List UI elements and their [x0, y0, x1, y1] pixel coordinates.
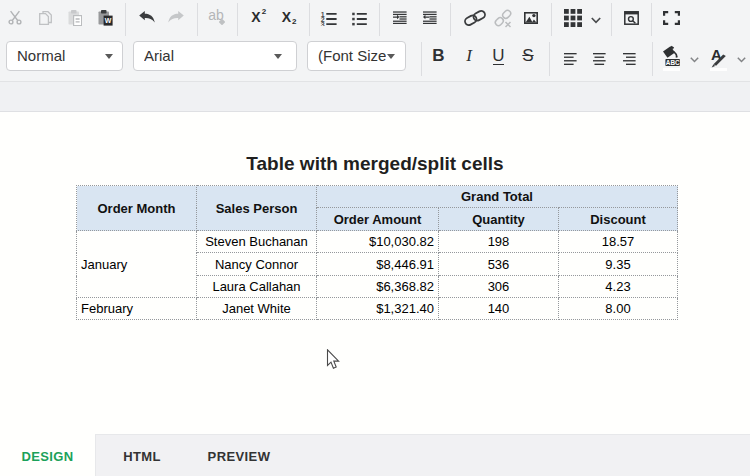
svg-text:3: 3 — [321, 20, 325, 25]
svg-text:W: W — [105, 17, 112, 24]
svg-text:ABC: ABC — [666, 59, 680, 66]
